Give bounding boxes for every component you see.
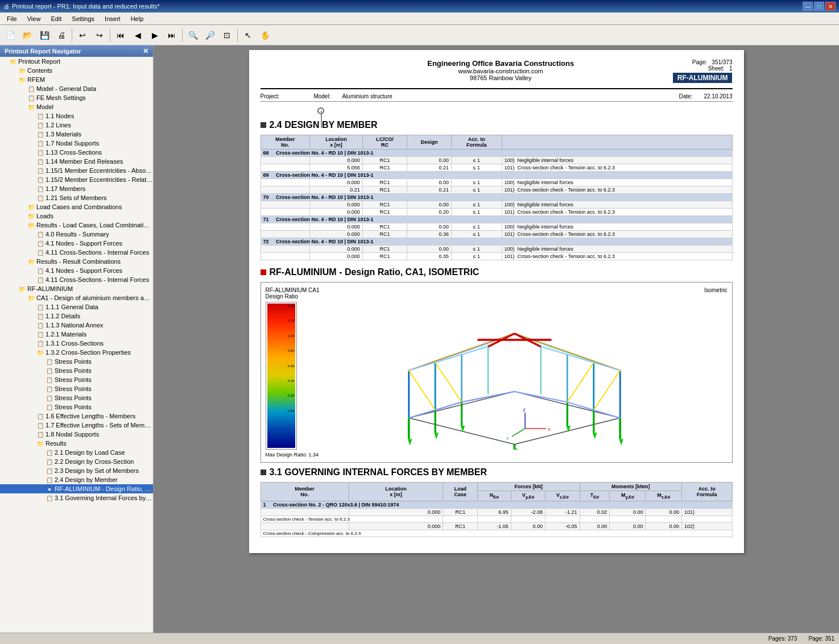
tree-members[interactable]: 📋 1.17 Members (0, 184, 153, 193)
tree-materials[interactable]: 📋 1.3 Materials (0, 130, 153, 139)
tree-rfem[interactable]: 📁 RFEM (0, 75, 153, 84)
tree-effective-lengths-m[interactable]: 📋 1.6 Effective Lengths - Members (0, 412, 153, 421)
menu-edit[interactable]: Edit (46, 14, 66, 23)
tree-design-som[interactable]: 📋 2.3 Design by Set of Members (0, 466, 153, 475)
menu-view[interactable]: View (23, 14, 46, 23)
maximize-button[interactable]: □ (814, 2, 824, 11)
menu-file[interactable]: File (2, 14, 22, 23)
content-area[interactable]: Engineering Office Bavaria Constructions… (154, 45, 839, 633)
nav-first[interactable]: ⏮ (113, 27, 129, 43)
tree-nodal-supports[interactable]: 📋 1.7 Nodal Supports (0, 139, 153, 148)
nav-last[interactable]: ⏭ (164, 27, 180, 43)
cell: 0.21 (310, 186, 363, 194)
nav-prev[interactable]: ◀ (130, 27, 146, 43)
tree-cross-sections[interactable]: 📋 1.13 Cross-Sections (0, 148, 153, 157)
table-row: Cross-section check - Compression acc. t… (261, 530, 732, 537)
tree-nodes[interactable]: 📋 1.1 Nodes (0, 111, 153, 121)
tree-stress-1[interactable]: 📋 Stress Points (0, 357, 153, 366)
tree-rc-cross[interactable]: 📋 4.11 Cross-Sections - Internal Forces (0, 275, 153, 284)
cell: ≤ 1 (451, 164, 502, 172)
tree-item-label: 1.1 Nodes (46, 113, 74, 119)
tree-cross-sections2[interactable]: 📋 1.3.1 Cross-Sections (0, 339, 153, 348)
tree-item-label: 1.7 Effective Lengths - Sets of Membe... (46, 422, 153, 429)
new-button[interactable]: 📄 (2, 27, 18, 43)
zoom-out[interactable]: 🔎 (202, 27, 218, 43)
tree-stress-4[interactable]: 📋 Stress Points (0, 384, 153, 393)
tree-load-cases[interactable]: 📁 Load Cases and Combinations (0, 202, 153, 211)
tree-materials2[interactable]: 📋 1.2.1 Materials (0, 330, 153, 339)
tree-general-data[interactable]: 📋 Model - General Data (0, 84, 153, 93)
col-lccorc: LC/CO/RC (362, 135, 407, 149)
tree-fe-mesh[interactable]: 📋 FE Mesh Settings (0, 93, 153, 102)
bullet-icon: ● (46, 485, 53, 493)
page-icon: 📋 (46, 494, 53, 502)
tree-nodes-support-forces[interactable]: 📋 4.1 Nodes - Support Forces (0, 239, 153, 248)
zoom-fit[interactable]: ⊡ (219, 27, 235, 43)
tree-eccentricities2[interactable]: 📋 1.15/2 Member Eccentricities - Relativ… (0, 175, 153, 184)
redo-button[interactable]: ↪ (92, 27, 108, 43)
page-icon: 📋 (46, 476, 53, 484)
tree-results-lc[interactable]: 📁 Results - Load Cases, Load Combination… (0, 221, 153, 230)
menu-help[interactable]: Help (126, 14, 148, 23)
tree-printout-report[interactable]: 📁 Printout Report (0, 57, 153, 66)
project-row: Project: Model: Aluminium structure Date… (261, 92, 733, 102)
tree-national-annex[interactable]: 📋 1.1.3 National Annex (0, 321, 153, 330)
tree-results-rc[interactable]: 📁 Results - Result Combinations (0, 257, 153, 266)
page-icon: 📋 (36, 412, 44, 420)
tree-contents[interactable]: 📁 Contents (0, 66, 153, 75)
tree-loads[interactable]: 📁 Loads (0, 211, 153, 221)
page-icon: 📋 (36, 185, 44, 193)
tree-sets-of-members[interactable]: 📋 1.21 Sets of Members (0, 193, 153, 202)
tree-stress-5[interactable]: 📋 Stress Points (0, 393, 153, 402)
cell: -1.06 (478, 522, 511, 530)
undo-button[interactable]: ↩ (75, 27, 90, 43)
tree-results-summary[interactable]: 📋 4.0 Results - Summary (0, 230, 153, 239)
open-button[interactable]: 📂 (19, 27, 35, 43)
minimize-button[interactable]: — (803, 2, 813, 11)
navigator-close[interactable]: ✕ (143, 47, 148, 55)
tree-model[interactable]: 📁 Model (0, 102, 153, 111)
tree-cross-sections-internal[interactable]: 📋 4.11 Cross-Sections - Internal Forces (0, 248, 153, 257)
tree-governing-forces[interactable]: 📋 3.1 Governing Internal Forces by M... (0, 493, 153, 502)
tree-item-label: 4.0 Results - Summary (46, 231, 109, 238)
model-value: Aluminium structure (342, 93, 392, 99)
timeline-line (321, 111, 322, 128)
pan-tool[interactable]: ✋ (257, 27, 273, 43)
tree-eccentricities1[interactable]: 📋 1.15/1 Member Eccentricities - Absolu.… (0, 166, 153, 175)
tree-item-label: 4.1 Nodes - Support Forces (46, 267, 122, 274)
tree-design-lc[interactable]: 📋 2.1 Design by Load Case (0, 448, 153, 457)
menu-settings[interactable]: Settings (67, 14, 99, 23)
folder-icon: 📁 (36, 348, 44, 356)
tree-cross-section-props[interactable]: 📁 1.3.2 Cross-Section Properties (0, 348, 153, 357)
tree-design-member[interactable]: 📋 2.4 Design by Member (0, 475, 153, 484)
zoom-in[interactable]: 🔍 (185, 27, 201, 43)
tree-effective-lengths-s[interactable]: 📋 1.7 Effective Lengths - Sets of Membe.… (0, 421, 153, 430)
page-icon: 📋 (46, 467, 53, 475)
table-row: 0.000 RC1 0.00 ≤ 1 100) Negligible inter… (261, 223, 732, 231)
tree-rf-aluminium[interactable]: 📁 RF-ALUMINIUM (0, 284, 153, 293)
tree-stress-6[interactable]: 📋 Stress Points (0, 402, 153, 412)
close-button[interactable]: ✕ (825, 2, 836, 11)
menu-insert[interactable]: Insert (100, 14, 125, 23)
tree-stress-2[interactable]: 📋 Stress Points (0, 366, 153, 375)
max-ratio-label: Max Design Ratio: 1.34 (266, 452, 319, 458)
tree-results-folder[interactable]: 📁 Results (0, 439, 153, 448)
save-button[interactable]: 💾 (36, 27, 52, 43)
tree-general-data-1[interactable]: 📋 1.1.1 General Data (0, 302, 153, 311)
nav-next[interactable]: ▶ (147, 27, 163, 43)
print-button[interactable]: 🖨 (53, 27, 69, 43)
page-icon: 📋 (36, 330, 44, 338)
tree-nodal-supports2[interactable]: 📋 1.8 Nodal Supports (0, 430, 153, 439)
tree-details[interactable]: 📋 1.1.2 Details (0, 311, 153, 321)
folder-icon: 📁 (27, 221, 35, 229)
tree-member-end-releases[interactable]: 📋 1.14 Member End Releases (0, 157, 153, 166)
tree-rc-nodes[interactable]: 📋 4.1 Nodes - Support Forces (0, 266, 153, 275)
tree-design-cs[interactable]: 📋 2.2 Design by Cross-Section (0, 457, 153, 466)
tree-stress-3[interactable]: 📋 Stress Points (0, 375, 153, 384)
cell (610, 516, 646, 522)
tree-ca1[interactable]: 📁 CA1 - Design of aluminium members acc.… (0, 293, 153, 302)
tree-lines[interactable]: 📋 1.2 Lines (0, 121, 153, 130)
report-header: Engineering Office Bavaria Constructions… (427, 59, 574, 81)
select-tool[interactable]: ↖ (240, 27, 256, 43)
tree-design-ratio[interactable]: ● RF-ALUMINIUM - Design Ratio, C... (0, 484, 153, 493)
